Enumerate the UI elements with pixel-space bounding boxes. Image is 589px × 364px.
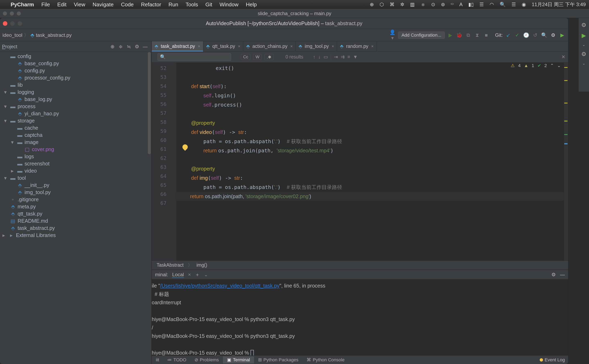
bluetooth-icon[interactable]: ⌔ <box>451 2 454 7</box>
editor-tab[interactable]: ⬘task_abstract.py× <box>152 41 203 51</box>
close-tab-icon[interactable]: × <box>188 272 191 278</box>
tree-node[interactable]: ▸▸External Libraries <box>0 232 151 239</box>
tree-node[interactable]: ▾▬logging <box>0 89 151 96</box>
prev-match-icon[interactable]: ↑ <box>313 54 316 60</box>
settings-icon[interactable]: ⚙ <box>551 272 556 278</box>
project-tree[interactable]: ▬config⬘base_config.py⬘config.py⬘process… <box>0 52 151 364</box>
tool-problems[interactable]: ⊘Problems <box>190 357 223 363</box>
tree-node[interactable]: ⬘config.py <box>0 67 151 74</box>
traffic-light-close-icon[interactable] <box>3 12 7 16</box>
tray-icon[interactable]: ☰ <box>479 2 484 7</box>
search-icon[interactable]: 🔍 <box>500 2 506 7</box>
match-case-toggle[interactable]: Cc <box>241 54 250 60</box>
hide-icon[interactable]: — <box>560 272 565 278</box>
tree-node[interactable]: ▾▬process <box>0 103 151 110</box>
profile-icon[interactable]: ⧗ <box>474 32 481 38</box>
project-title-label[interactable]: Project <box>2 44 17 50</box>
tree-node[interactable]: ▸▬video <box>0 167 151 175</box>
tool-packages[interactable]: ⊞Python Packages <box>254 357 303 363</box>
code-editor[interactable]: 52 53 54 55 56 57 58 59 60 61 62 63 64 6… <box>152 63 568 260</box>
crumb-function[interactable]: img() <box>197 262 207 268</box>
chevron-down-icon[interactable]: ⌄ <box>582 61 585 66</box>
menu-git[interactable]: Git <box>205 1 212 8</box>
git-commit-icon[interactable]: ✓ <box>514 32 521 38</box>
code-text[interactable]: exit() def start(self): self.login() sel… <box>176 63 568 260</box>
tree-node[interactable]: ▬cache <box>0 124 151 131</box>
debug-icon[interactable]: 🐞 <box>456 32 463 38</box>
editor-tab[interactable]: ⬘qtt_task.py× <box>203 41 243 51</box>
add-selection-icon[interactable]: ⇥ <box>334 54 338 60</box>
settings-icon[interactable]: ⚙ <box>133 44 141 50</box>
editor-tabs[interactable]: ⬘task_abstract.py×⬘qtt_task.py×⬘action_c… <box>152 41 568 52</box>
tree-node[interactable]: ▬captcha <box>0 131 151 139</box>
regex-toggle[interactable]: .✱ <box>265 54 274 60</box>
filter-icon[interactable]: ▼ <box>353 54 358 60</box>
coverage-icon[interactable]: ⧉ <box>465 32 472 38</box>
tray-icon[interactable]: ⨳ <box>421 2 425 7</box>
tree-node[interactable]: ▾▬image <box>0 139 151 146</box>
traffic-light-max-icon[interactable] <box>18 21 22 26</box>
scrollbar-thumb[interactable] <box>148 52 151 154</box>
ide-titlebar[interactable]: AutoVideoPublish [~/pythonSrc/AutoVideoP… <box>0 18 568 29</box>
tray-icon[interactable]: ⊚ <box>441 2 445 7</box>
up-icon[interactable]: ⌃ <box>550 63 554 68</box>
settings-icon[interactable]: ⚙ <box>581 51 586 58</box>
wifi-icon[interactable]: ◠ <box>490 2 494 7</box>
select-all-occur-icon[interactable]: ⇉ <box>341 54 345 60</box>
stop-icon[interactable]: ■ <box>483 32 490 38</box>
tray-icon[interactable]: ✲ <box>400 2 404 7</box>
menu-refactor[interactable]: Refactor <box>141 1 161 8</box>
settings-icon[interactable]: ⚙ <box>581 22 586 28</box>
menubar-clock[interactable]: 11月24日 周三 下午 3:49 <box>532 1 586 8</box>
next-match-icon[interactable]: ↓ <box>318 54 321 60</box>
select-all-icon[interactable]: ▭ <box>324 54 328 60</box>
menu-tools[interactable]: Tools <box>186 1 198 8</box>
run-anything-icon[interactable]: ▶ <box>559 32 566 38</box>
user-icon[interactable]: 👤▾ <box>389 29 396 41</box>
run-icon[interactable]: ▶ <box>582 32 586 39</box>
tree-node[interactable]: ▢cover.png <box>0 146 151 153</box>
close-icon[interactable]: × <box>238 44 240 49</box>
tree-node[interactable]: ⬘meta.py <box>0 203 151 210</box>
tree-node[interactable]: ▫.gitignore <box>0 196 151 203</box>
tool-todo[interactable]: ≔TODO <box>163 357 190 363</box>
app-name[interactable]: PyCharm <box>11 1 34 8</box>
settings-icon[interactable]: ⚙ <box>550 32 557 38</box>
tree-node[interactable]: ⬘task_abstract.py <box>0 225 151 232</box>
find-input[interactable] <box>157 53 231 61</box>
traffic-light-close-icon[interactable] <box>3 21 7 26</box>
tree-node[interactable]: ▾▬tool <box>0 175 151 182</box>
menu-edit[interactable]: Edit <box>57 1 66 8</box>
tree-node[interactable]: ▬lib <box>0 81 151 89</box>
menubar-tray[interactable]: ⊕ ⬡ ⌘ ✲ ▥ ⨳ ⊙ ⊚ ⌔ A ▮▯ ☰ ◠ 🔍 ☰ ◉ 11月24日 … <box>370 1 586 8</box>
menu-view[interactable]: View <box>74 1 85 8</box>
menu-file[interactable]: File <box>41 1 50 8</box>
tray-icon[interactable]: ⊙ <box>431 2 435 7</box>
tray-icon[interactable]: ⊕ <box>370 2 374 7</box>
tree-node[interactable]: ▾▬storage <box>0 117 151 124</box>
new-session-icon[interactable]: ＋ <box>195 271 200 278</box>
terminal-output[interactable]: ile "/Users/lishiye/pythonSrc/easy_video… <box>152 279 568 355</box>
tree-node[interactable]: ⬘yi_dian_hao.py <box>0 110 151 117</box>
terminal-tab[interactable]: Local <box>172 272 184 278</box>
line-gutter[interactable]: 52 53 54 55 56 57 58 59 60 61 62 63 64 6… <box>152 63 170 260</box>
editor-tab[interactable]: ⬘img_tool.py× <box>296 41 337 51</box>
down-icon[interactable]: ⌄ <box>557 63 561 68</box>
crumb-folder[interactable]: ideo_tool <box>2 32 22 38</box>
menu-help[interactable]: Help <box>246 1 257 8</box>
menu-code[interactable]: Code <box>121 1 134 8</box>
tree-node[interactable]: ⬘processor_config.py <box>0 74 151 81</box>
menu-run[interactable]: Run <box>168 1 178 8</box>
close-icon[interactable]: × <box>198 44 200 49</box>
siri-icon[interactable]: ◉ <box>522 2 526 7</box>
error-stripe[interactable] <box>564 63 568 260</box>
collapse-icon[interactable]: ≒ <box>125 44 133 50</box>
traffic-light-min-icon[interactable] <box>10 21 15 26</box>
tree-node[interactable]: ▬screenshot <box>0 160 151 167</box>
inspections-widget[interactable]: ⚠4 ▲1 ✔2 ⌃ ⌄ <box>511 63 561 68</box>
dropdown-icon[interactable]: ⌄ <box>204 272 208 278</box>
fold-gutter[interactable] <box>170 63 176 260</box>
tree-node[interactable]: ⬘base_config.py <box>0 60 151 67</box>
close-icon[interactable]: ✕ <box>561 54 565 60</box>
locate-icon[interactable]: ⊕ <box>108 44 117 50</box>
